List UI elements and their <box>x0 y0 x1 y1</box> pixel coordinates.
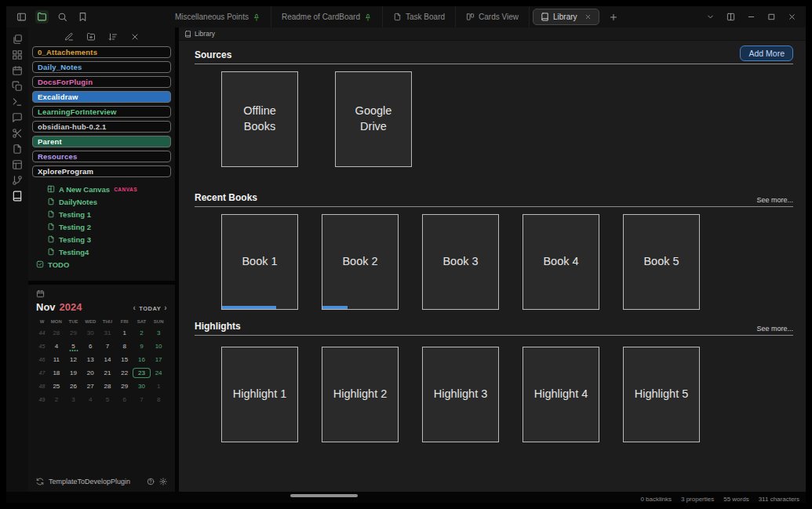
calendar-today-button[interactable]: TODAY <box>139 305 161 312</box>
calendar-day[interactable]: 4 <box>82 395 99 404</box>
calendar-day[interactable]: 13 <box>82 355 99 364</box>
highlight-card[interactable]: Highlight 5 <box>623 347 700 442</box>
calendar-year[interactable]: 2024 <box>60 301 82 313</box>
grid-icon[interactable] <box>10 49 25 60</box>
calendar-day[interactable]: 30 <box>82 329 99 337</box>
calendar-day[interactable]: 4 <box>48 342 65 351</box>
calendar-day[interactable]: 6 <box>82 342 99 351</box>
source-card[interactable]: Google Drive <box>335 71 412 167</box>
add-more-button[interactable]: Add More <box>740 45 793 61</box>
calendar-day[interactable]: 7 <box>99 342 116 351</box>
book-card[interactable]: Book 1 <box>221 214 298 310</box>
tab-close-icon[interactable] <box>584 13 592 20</box>
calendar-day[interactable]: 29 <box>116 382 133 391</box>
sidebar-toggle-icon[interactable] <box>15 10 28 24</box>
sync-icon[interactable] <box>36 478 44 485</box>
file-item[interactable]: Testing 1 <box>47 208 172 220</box>
calendar-day[interactable]: 23 <box>133 369 151 377</box>
calendar-day[interactable]: 19 <box>65 369 82 377</box>
terminal-icon[interactable] <box>10 96 25 107</box>
calendar-prev-icon[interactable]: ‹ <box>133 304 136 312</box>
calendar-day[interactable]: 17 <box>150 355 167 364</box>
calendar-day[interactable]: 1 <box>150 382 167 391</box>
calendar-day[interactable]: 29 <box>65 329 82 337</box>
recent-books-see-more-link[interactable]: See more... <box>756 196 793 206</box>
calendar-day[interactable]: 6 <box>116 395 133 404</box>
calendar-day[interactable]: 22 <box>116 369 133 377</box>
book-card[interactable]: Book 2 <box>322 214 399 310</box>
folder-item[interactable]: Excalidraw <box>32 91 171 103</box>
folder-item[interactable]: 0_Attachements <box>32 46 171 58</box>
calendar-day[interactable]: 30 <box>133 382 151 391</box>
tab-library[interactable]: Library <box>533 9 599 25</box>
folder-icon[interactable] <box>35 10 49 24</box>
tab-readme-of-cardboard[interactable]: Readme of CardBoard <box>271 6 383 27</box>
calendar-day[interactable]: 2 <box>48 395 65 404</box>
folder-item[interactable]: Parent <box>32 136 171 147</box>
status-item[interactable]: 3 properties <box>681 496 714 503</box>
bookmark-icon[interactable] <box>76 10 89 24</box>
calendar-day[interactable]: 8 <box>150 395 167 404</box>
tab-miscellaneous-points[interactable]: Miscellaneous Points <box>165 6 271 27</box>
book-card[interactable]: Book 3 <box>422 214 499 310</box>
tab-cards-view[interactable]: Cards View <box>456 6 530 27</box>
calendar-day[interactable]: 24 <box>150 369 167 377</box>
folder-item[interactable]: obsidian-hub-0.2.1 <box>32 121 171 133</box>
calendar-day[interactable]: 25 <box>48 382 65 391</box>
calendar-day[interactable]: 26 <box>65 382 82 391</box>
status-item[interactable]: 55 words <box>723 496 748 503</box>
tab-task-board[interactable]: Task Board <box>383 6 456 27</box>
calendar-day[interactable]: 15 <box>116 355 133 364</box>
calendar-day[interactable]: 28 <box>99 382 116 391</box>
calendar-day[interactable]: 11 <box>48 355 65 364</box>
copy-icon[interactable] <box>10 80 25 92</box>
gear-icon[interactable] <box>159 478 167 485</box>
calendar-day[interactable]: 2 <box>133 329 151 337</box>
chat-icon[interactable] <box>10 111 25 123</box>
calendar-day[interactable]: 8 <box>116 342 133 351</box>
calendar-month[interactable]: Nov <box>36 301 56 313</box>
folder-item[interactable]: XploreProgram <box>32 165 171 177</box>
calendar-day[interactable]: 14 <box>99 355 116 364</box>
calendar-day[interactable]: 31 <box>99 329 116 337</box>
calendar-day[interactable]: 18 <box>48 369 65 377</box>
calendar-day[interactable]: 3 <box>150 329 167 337</box>
status-item[interactable]: 0 backlinks <box>640 496 672 503</box>
document-icon[interactable] <box>10 143 25 155</box>
calendar-day[interactable]: 16 <box>133 355 151 364</box>
split-view-icon[interactable] <box>726 13 735 21</box>
table-icon[interactable] <box>10 158 25 170</box>
highlight-card[interactable]: Highlight 1 <box>221 347 298 442</box>
calendar-day[interactable]: 10 <box>150 342 167 351</box>
file-item[interactable]: A New CanvasCANVAS <box>47 183 172 195</box>
tab-list-chevron-icon[interactable] <box>706 13 715 21</box>
new-tab-button[interactable] <box>609 13 618 22</box>
calendar-day[interactable]: 27 <box>82 382 99 391</box>
scissors-icon[interactable] <box>10 127 25 139</box>
sort-icon[interactable] <box>108 32 118 42</box>
calendar-day[interactable]: 1 <box>116 329 133 337</box>
file-item[interactable]: DailyNotes <box>47 195 172 208</box>
file-item[interactable]: Testing 3 <box>47 233 172 245</box>
book-card[interactable]: Book 4 <box>523 214 599 310</box>
highlight-card[interactable]: Highlight 4 <box>523 347 599 442</box>
calendar-day[interactable]: 5 <box>65 342 82 351</box>
new-folder-icon[interactable] <box>86 32 96 42</box>
file-item[interactable]: TODO <box>36 258 172 271</box>
calendar-day[interactable]: 3 <box>65 395 82 404</box>
highlights-see-more-link[interactable]: See more... <box>756 325 793 335</box>
git-branch-icon[interactable] <box>10 174 25 186</box>
horizontal-scrollbar-thumb[interactable] <box>290 494 358 497</box>
folder-item[interactable]: LearningForInterview <box>32 106 171 118</box>
library-icon[interactable] <box>10 190 25 202</box>
files-icon[interactable] <box>10 33 25 45</box>
file-item[interactable]: Testing 2 <box>47 220 172 233</box>
calendar-icon[interactable] <box>10 64 25 76</box>
folder-item[interactable]: DocsForPlugin <box>32 76 171 88</box>
highlight-card[interactable]: Highlight 3 <box>422 347 499 442</box>
folder-item[interactable]: Resources <box>32 151 171 162</box>
plugin-name[interactable]: TemplateToDevelopPlugin <box>49 478 130 485</box>
calendar-day[interactable]: 9 <box>133 342 151 351</box>
highlight-card[interactable]: Highlight 2 <box>322 347 399 442</box>
calendar-next-icon[interactable]: › <box>164 304 167 312</box>
